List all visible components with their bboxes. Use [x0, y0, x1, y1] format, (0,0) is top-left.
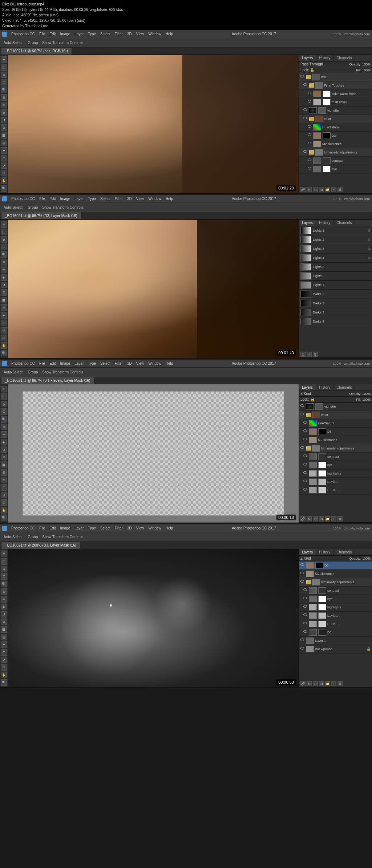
menu2-layer[interactable]: Layer [73, 196, 85, 201]
eye-final[interactable] [303, 83, 308, 88]
channel-lights6[interactable]: Lights 6 [299, 272, 372, 281]
menu3-file[interactable]: File [37, 361, 47, 366]
channel-darks1[interactable]: Darks 1 [299, 290, 372, 299]
menu-3d[interactable]: 3D [125, 31, 134, 37]
layer3-m2[interactable]: M2 skintones [299, 436, 372, 444]
eye4-d8[interactable] [303, 630, 308, 635]
tool4-stamp[interactable]: ◈ [1, 604, 7, 610]
tool3-pen[interactable]: ✒ [1, 477, 7, 483]
menu-view[interactable]: View [134, 31, 146, 37]
tool2-move[interactable]: ✛ [1, 221, 7, 228]
eye4-eye[interactable] [303, 597, 308, 601]
menu4-type[interactable]: Type [86, 525, 98, 531]
menu2-type[interactable]: Type [86, 196, 98, 201]
layer-hue[interactable]: Hue/Satura... [299, 123, 372, 132]
layer3-lum[interactable]: ▶ luminosity adjustments [299, 444, 372, 453]
menu-filter[interactable]: Filter [113, 31, 125, 37]
menu2-photoshop[interactable]: Photoshop CC [9, 196, 37, 201]
tool3-hand[interactable]: ✋ [1, 507, 7, 513]
tool2-gradient[interactable]: ▦ [1, 297, 7, 303]
eye-vignette[interactable] [303, 108, 308, 113]
tool2-stamp[interactable]: ◈ [1, 274, 7, 281]
tool4-pen[interactable]: ✒ [1, 641, 7, 648]
menu2-filter[interactable]: Filter [113, 196, 125, 201]
tool3-eraser[interactable]: ⊘ [1, 454, 7, 460]
menu-help[interactable]: Help [164, 31, 175, 37]
menu2-3d[interactable]: 3D [125, 196, 134, 201]
fx-btn-4[interactable]: fx [307, 681, 312, 686]
layer-vignette[interactable]: vignette [299, 107, 372, 115]
eye-edit[interactable] [300, 75, 305, 79]
eye4-lum[interactable] [300, 580, 305, 584]
tool-text[interactable]: T [1, 155, 7, 161]
eye-eye[interactable] [308, 167, 312, 171]
menu-layer[interactable]: Layer [73, 31, 85, 37]
layer-edit-group[interactable]: ▶ edit [299, 73, 372, 81]
tool3-brush[interactable]: ✏ [1, 431, 7, 438]
eye-hue[interactable] [308, 125, 312, 129]
layer3-l1a[interactable]: L1+la... [299, 478, 372, 486]
eye3-color[interactable] [300, 413, 305, 417]
eye-m2[interactable] [308, 142, 312, 146]
menu3-type[interactable]: Type [86, 361, 98, 366]
history-tab[interactable]: History [316, 55, 333, 61]
menu3-layer[interactable]: Layer [73, 361, 85, 366]
layers-tab-4[interactable]: Layers [299, 549, 316, 555]
layer-matt[interactable]: matt effinit [299, 98, 372, 107]
tab-1-active[interactable]: _BO16021.tif @ 66.7% (edit, RGB/16*) [1, 48, 72, 55]
menu3-select[interactable]: Select [98, 361, 112, 366]
layers-tab[interactable]: Layers [299, 55, 316, 61]
tool-history[interactable]: ↺ [1, 117, 7, 124]
tool3-zoom[interactable]: 🔍 [1, 515, 7, 521]
channels-tab-3[interactable]: Channels [333, 384, 355, 391]
menu-select[interactable]: Select [98, 31, 112, 37]
tool2-history[interactable]: ↺ [1, 282, 7, 288]
eye4-background[interactable] [300, 647, 305, 651]
new-layer-btn-3[interactable]: + [331, 516, 336, 521]
tool3-history[interactable]: ↺ [1, 447, 7, 453]
tool3-text[interactable]: T [1, 484, 7, 491]
tool-hand[interactable]: ✋ [1, 177, 7, 184]
menu4-image[interactable]: Image [58, 525, 72, 531]
eye3-highlights[interactable] [303, 471, 308, 476]
menu3-window[interactable]: Window [146, 361, 163, 366]
layer4-m2[interactable]: M2 skintones [299, 570, 372, 578]
channel-lights3[interactable]: Lights 3 \8 [299, 244, 372, 253]
tool4-eyedropper[interactable]: 🔍 [1, 581, 7, 587]
tool2-brush[interactable]: ✏ [1, 267, 7, 273]
eye4-l1b[interactable] [303, 622, 308, 626]
channels-tab-2[interactable]: Channels [333, 220, 355, 226]
menu2-image[interactable]: Image [58, 196, 72, 201]
history-tab-3[interactable]: History [316, 384, 333, 391]
menu4-edit[interactable]: Edit [48, 525, 57, 531]
tool3-shape[interactable]: □ [1, 499, 7, 506]
channel-darks3[interactable]: Darks 3 [299, 308, 372, 317]
menu3-photoshop[interactable]: Photoshop CC [9, 361, 37, 366]
layer4-d3[interactable]: D3 [299, 561, 372, 570]
group-option-3[interactable]: Group [26, 369, 39, 375]
eye3-l1b[interactable] [303, 488, 308, 492]
eye4-m2[interactable] [300, 572, 305, 576]
menu-image[interactable]: Image [58, 31, 72, 37]
eye3-d3[interactable] [303, 429, 308, 434]
tool4-crop[interactable]: ⊡ [1, 573, 7, 580]
layer4-background[interactable]: Background 🔒 [299, 645, 372, 653]
menu4-select[interactable]: Select [98, 525, 112, 531]
channel-btn-1[interactable]: ◻ [300, 352, 306, 357]
layers-tab-2[interactable]: Layers [299, 220, 316, 226]
tool4-eraser[interactable]: ⊘ [1, 619, 7, 625]
tool3-eyedropper[interactable]: 🔍 [1, 416, 7, 423]
group-btn-4[interactable]: 📁 [325, 681, 330, 686]
layer3-l1b[interactable]: L1+la... [299, 486, 372, 495]
tool4-path[interactable]: ↗ [1, 657, 7, 663]
tool4-brush[interactable]: ✏ [1, 596, 7, 603]
group-option-2[interactable]: Group [26, 205, 39, 210]
channel-lights2[interactable]: Lights 2 \7 [299, 235, 372, 244]
delete-layer-btn[interactable]: 🗑 [337, 187, 343, 192]
channels-tab[interactable]: Channels [333, 55, 355, 61]
tool-select[interactable]: ⬚ [1, 64, 7, 71]
tool3-select[interactable]: ⬚ [1, 393, 7, 400]
menu3-3d[interactable]: 3D [125, 361, 134, 366]
tool4-lasso[interactable]: ⌀ [1, 566, 7, 572]
adjustment-btn[interactable]: ◑ [319, 187, 324, 192]
